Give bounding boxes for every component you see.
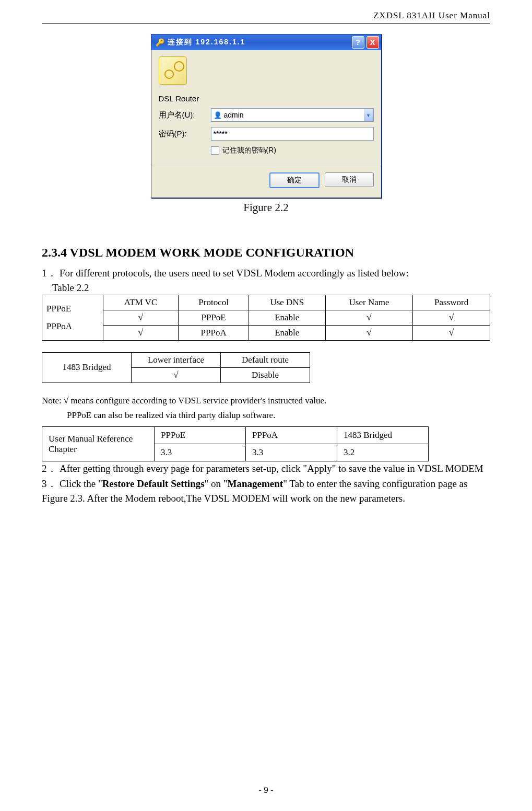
dialog-titlebar: 🔑 连接到 192.168.1.1 ? X [151, 34, 381, 50]
step-1-text: For different protocols, the users need … [60, 268, 409, 279]
username-input[interactable]: 👤 admin [211, 108, 364, 122]
page-footer: - 9 - [0, 785, 532, 795]
t2-h1: Default route [221, 352, 310, 367]
password-input[interactable]: ***** [211, 127, 374, 141]
t1-h1: Protocol [179, 295, 249, 310]
dialog-title: 连接到 192.168.1.1 [168, 38, 350, 47]
t1-r1c1: PPPoA [179, 325, 249, 340]
bridged-table: 1483 Bridged Lower interface Default rou… [42, 352, 310, 383]
note-line-2: PPPoE can also be realized via third par… [67, 408, 490, 423]
note-line-1: Note: √ means configure according to VDS… [42, 396, 326, 406]
keys-large-icon [159, 56, 187, 85]
step-1-number: 1． [42, 266, 60, 281]
help-button[interactable]: ? [352, 36, 364, 49]
section-heading: 2.3.4 VDSL MODEM WORK MODE CONFIGURATION [42, 246, 490, 260]
close-button[interactable]: X [367, 36, 379, 49]
step-2-number: 2． [42, 461, 60, 477]
table-2-2-label: Table 2.2 [52, 282, 490, 294]
protocol-table: PPPoE PPPoA ATM VC Protocol Use DNS User… [42, 295, 490, 341]
t3-h1: PPPoA [246, 427, 337, 444]
step-3-number: 3． [42, 477, 60, 492]
username-value: admin [224, 111, 244, 119]
t1-r0c0: √ [103, 310, 179, 325]
t2-r0c0: √ [132, 367, 221, 383]
step-1: 1．For different protocols, the users nee… [42, 266, 490, 281]
t1-h0: ATM VC [103, 295, 179, 310]
t3-h0: PPPoE [155, 427, 246, 444]
step-3-text-b: " on " [205, 478, 228, 489]
t1-h2: Use DNS [249, 295, 325, 310]
password-label: 密码(P): [159, 129, 211, 139]
t2-h0: Lower interface [132, 352, 221, 367]
step-3-text-a: Click the " [60, 478, 102, 489]
note-block: Note: √ means configure according to VDS… [42, 393, 490, 424]
figure-caption: Figure 2.2 [42, 201, 490, 214]
t1-h4: Password [413, 295, 490, 310]
t1-r1c2: Enable [249, 325, 325, 340]
t1-r0c1: PPPoE [179, 310, 249, 325]
reference-table: User Manual Reference Chapter PPPoE PPPo… [42, 426, 429, 461]
t1-r1c3: √ [325, 325, 413, 340]
t1-r0c4: √ [413, 310, 490, 325]
bridged-table-rowhead: 1483 Bridged [42, 352, 132, 383]
dialog-subtitle: DSL Router [159, 94, 374, 103]
page-header: ZXDSL 831AII User Manual [42, 10, 490, 21]
step-2-text: After getting through every page for par… [60, 463, 483, 474]
remember-label: 记住我的密码(R) [222, 146, 276, 155]
cancel-button[interactable]: 取消 [325, 172, 374, 187]
header-divider [42, 23, 490, 24]
step-3-bold-a: Restore Default Settings [102, 478, 205, 489]
ok-button[interactable]: 确定 [269, 172, 320, 188]
username-dropdown-button[interactable]: ▾ [364, 108, 374, 122]
t3-r0c1: 3.3 [246, 444, 337, 461]
t1-r0c3: √ [325, 310, 413, 325]
protocol-table-rowhead: PPPoE PPPoA [42, 295, 103, 340]
person-icon: 👤 [214, 111, 222, 119]
password-value: ***** [214, 130, 228, 138]
t3-r0c2: 3.2 [337, 444, 429, 461]
login-dialog: 🔑 连接到 192.168.1.1 ? X DSL Router 用户名(U):… [151, 34, 382, 198]
remember-checkbox[interactable] [211, 146, 219, 155]
t3-r0c0: 3.3 [155, 444, 246, 461]
username-label: 用户名(U): [159, 110, 211, 120]
t2-r0c1: Disable [221, 367, 310, 383]
chevron-down-icon: ▾ [367, 112, 370, 118]
t1-h3: User Name [325, 295, 413, 310]
reference-table-rowhead: User Manual Reference Chapter [42, 427, 155, 461]
step-3-bold-b: Management [228, 478, 283, 489]
t1-r1c0: √ [103, 325, 179, 340]
t1-r1c4: √ [413, 325, 490, 340]
t1-r0c2: Enable [249, 310, 325, 325]
step-3: 3．Click the "Restore Default Settings" o… [42, 477, 490, 506]
step-2: 2．After getting through every page for p… [42, 461, 490, 477]
keys-icon: 🔑 [156, 38, 164, 47]
t3-h2: 1483 Bridged [337, 427, 429, 444]
